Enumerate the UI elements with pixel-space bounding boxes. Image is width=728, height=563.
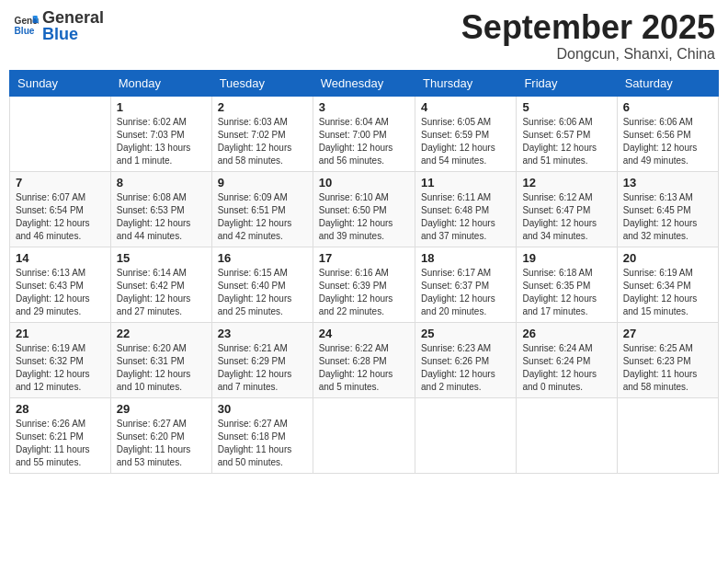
day-info: Sunrise: 6:23 AM Sunset: 6:26 PM Dayligh… [421, 342, 510, 394]
day-number: 7 [16, 176, 105, 190]
day-number: 18 [421, 251, 510, 265]
header-thursday: Thursday [415, 70, 517, 96]
header-saturday: Saturday [617, 70, 718, 96]
day-info: Sunrise: 6:27 AM Sunset: 6:20 PM Dayligh… [117, 418, 206, 469]
logo: General Blue General Blue [13, 9, 104, 42]
logo-icon: General Blue [13, 13, 39, 39]
day-info: Sunrise: 6:03 AM Sunset: 7:02 PM Dayligh… [218, 116, 307, 167]
calendar-cell: 2Sunrise: 6:03 AM Sunset: 7:02 PM Daylig… [211, 96, 313, 171]
day-info: Sunrise: 6:08 AM Sunset: 6:53 PM Dayligh… [117, 191, 206, 243]
calendar-cell: 15Sunrise: 6:14 AM Sunset: 6:42 PM Dayli… [110, 247, 211, 322]
day-number: 5 [522, 100, 610, 114]
logo-text-general: General [42, 9, 104, 26]
calendar-cell: 29Sunrise: 6:27 AM Sunset: 6:20 PM Dayli… [110, 397, 211, 473]
calendar-cell [617, 397, 718, 473]
header-sunday: Sunday [10, 70, 111, 96]
day-info: Sunrise: 6:21 AM Sunset: 6:29 PM Dayligh… [218, 342, 307, 394]
day-number: 3 [319, 100, 409, 114]
day-number: 26 [522, 327, 610, 340]
month-title: September 2025 [461, 9, 715, 46]
day-info: Sunrise: 6:06 AM Sunset: 6:56 PM Dayligh… [623, 116, 712, 167]
day-number: 25 [421, 327, 510, 340]
day-info: Sunrise: 6:12 AM Sunset: 6:47 PM Dayligh… [522, 191, 610, 243]
day-info: Sunrise: 6:09 AM Sunset: 6:51 PM Dayligh… [218, 191, 307, 243]
calendar-cell: 24Sunrise: 6:22 AM Sunset: 6:28 PM Dayli… [313, 322, 415, 397]
calendar-cell: 11Sunrise: 6:11 AM Sunset: 6:48 PM Dayli… [415, 171, 517, 247]
calendar-cell: 23Sunrise: 6:21 AM Sunset: 6:29 PM Dayli… [211, 322, 313, 397]
calendar-cell: 26Sunrise: 6:24 AM Sunset: 6:24 PM Dayli… [517, 322, 617, 397]
calendar-cell [415, 397, 517, 473]
day-number: 29 [117, 402, 206, 416]
day-info: Sunrise: 6:19 AM Sunset: 6:32 PM Dayligh… [16, 342, 105, 394]
day-info: Sunrise: 6:27 AM Sunset: 6:18 PM Dayligh… [218, 418, 307, 469]
calendar-cell: 7Sunrise: 6:07 AM Sunset: 6:54 PM Daylig… [10, 171, 111, 247]
calendar-cell [517, 397, 617, 473]
day-number: 17 [319, 251, 409, 265]
calendar-week-2: 7Sunrise: 6:07 AM Sunset: 6:54 PM Daylig… [10, 171, 719, 247]
calendar-cell [313, 397, 415, 473]
day-info: Sunrise: 6:07 AM Sunset: 6:54 PM Dayligh… [16, 191, 105, 243]
day-info: Sunrise: 6:05 AM Sunset: 6:59 PM Dayligh… [421, 116, 510, 167]
day-number: 9 [218, 176, 307, 190]
calendar-cell: 4Sunrise: 6:05 AM Sunset: 6:59 PM Daylig… [415, 96, 517, 171]
day-info: Sunrise: 6:26 AM Sunset: 6:21 PM Dayligh… [16, 418, 105, 469]
calendar-cell: 25Sunrise: 6:23 AM Sunset: 6:26 PM Dayli… [415, 322, 517, 397]
calendar-cell: 9Sunrise: 6:09 AM Sunset: 6:51 PM Daylig… [211, 171, 313, 247]
calendar-cell: 13Sunrise: 6:13 AM Sunset: 6:45 PM Dayli… [617, 171, 718, 247]
day-number: 20 [623, 251, 712, 265]
day-number: 2 [218, 100, 307, 114]
header-friday: Friday [517, 70, 617, 96]
day-number: 13 [623, 176, 712, 190]
calendar-cell: 19Sunrise: 6:18 AM Sunset: 6:35 PM Dayli… [517, 247, 617, 322]
day-number: 30 [218, 402, 307, 416]
calendar-cell: 17Sunrise: 6:16 AM Sunset: 6:39 PM Dayli… [313, 247, 415, 322]
day-info: Sunrise: 6:15 AM Sunset: 6:40 PM Dayligh… [218, 267, 307, 318]
title-section: September 2025 Dongcun, Shanxi, China [461, 9, 715, 63]
calendar-cell: 16Sunrise: 6:15 AM Sunset: 6:40 PM Dayli… [211, 247, 313, 322]
calendar-week-5: 28Sunrise: 6:26 AM Sunset: 6:21 PM Dayli… [10, 397, 719, 473]
day-info: Sunrise: 6:22 AM Sunset: 6:28 PM Dayligh… [319, 342, 409, 394]
day-number: 4 [421, 100, 510, 114]
day-number: 10 [319, 176, 409, 190]
day-number: 21 [16, 327, 105, 340]
calendar-cell: 28Sunrise: 6:26 AM Sunset: 6:21 PM Dayli… [10, 397, 111, 473]
calendar-week-3: 14Sunrise: 6:13 AM Sunset: 6:43 PM Dayli… [10, 247, 719, 322]
day-number: 6 [623, 100, 712, 114]
day-number: 22 [117, 327, 206, 340]
day-info: Sunrise: 6:13 AM Sunset: 6:45 PM Dayligh… [623, 191, 712, 243]
day-number: 11 [421, 176, 510, 190]
day-info: Sunrise: 6:16 AM Sunset: 6:39 PM Dayligh… [319, 267, 409, 318]
day-number: 16 [218, 251, 307, 265]
day-number: 15 [117, 251, 206, 265]
day-info: Sunrise: 6:04 AM Sunset: 7:00 PM Dayligh… [319, 116, 409, 167]
day-info: Sunrise: 6:14 AM Sunset: 6:42 PM Dayligh… [117, 267, 206, 318]
day-info: Sunrise: 6:06 AM Sunset: 6:57 PM Dayligh… [522, 116, 610, 167]
calendar-cell: 8Sunrise: 6:08 AM Sunset: 6:53 PM Daylig… [110, 171, 211, 247]
day-info: Sunrise: 6:02 AM Sunset: 7:03 PM Dayligh… [117, 116, 206, 167]
day-info: Sunrise: 6:18 AM Sunset: 6:35 PM Dayligh… [522, 267, 610, 318]
location: Dongcun, Shanxi, China [461, 46, 715, 63]
calendar-cell: 30Sunrise: 6:27 AM Sunset: 6:18 PM Dayli… [211, 397, 313, 473]
page-header: General Blue General Blue September 2025… [9, 9, 719, 63]
day-info: Sunrise: 6:24 AM Sunset: 6:24 PM Dayligh… [522, 342, 610, 394]
calendar-cell: 10Sunrise: 6:10 AM Sunset: 6:50 PM Dayli… [313, 171, 415, 247]
calendar-cell: 21Sunrise: 6:19 AM Sunset: 6:32 PM Dayli… [10, 322, 111, 397]
header-row: Sunday Monday Tuesday Wednesday Thursday… [10, 70, 719, 96]
calendar-table: Sunday Monday Tuesday Wednesday Thursday… [9, 70, 719, 474]
calendar-cell: 3Sunrise: 6:04 AM Sunset: 7:00 PM Daylig… [313, 96, 415, 171]
day-number: 8 [117, 176, 206, 190]
day-number: 23 [218, 327, 307, 340]
svg-text:Blue: Blue [15, 26, 35, 36]
day-info: Sunrise: 6:13 AM Sunset: 6:43 PM Dayligh… [16, 267, 105, 318]
calendar-cell: 27Sunrise: 6:25 AM Sunset: 6:23 PM Dayli… [617, 322, 718, 397]
calendar-cell: 20Sunrise: 6:19 AM Sunset: 6:34 PM Dayli… [617, 247, 718, 322]
day-number: 1 [117, 100, 206, 114]
day-info: Sunrise: 6:20 AM Sunset: 6:31 PM Dayligh… [117, 342, 206, 394]
calendar-cell: 14Sunrise: 6:13 AM Sunset: 6:43 PM Dayli… [10, 247, 111, 322]
calendar-cell: 6Sunrise: 6:06 AM Sunset: 6:56 PM Daylig… [617, 96, 718, 171]
calendar-cell [10, 96, 111, 171]
header-monday: Monday [110, 70, 211, 96]
day-info: Sunrise: 6:17 AM Sunset: 6:37 PM Dayligh… [421, 267, 510, 318]
day-number: 28 [16, 402, 105, 416]
day-info: Sunrise: 6:19 AM Sunset: 6:34 PM Dayligh… [623, 267, 712, 318]
